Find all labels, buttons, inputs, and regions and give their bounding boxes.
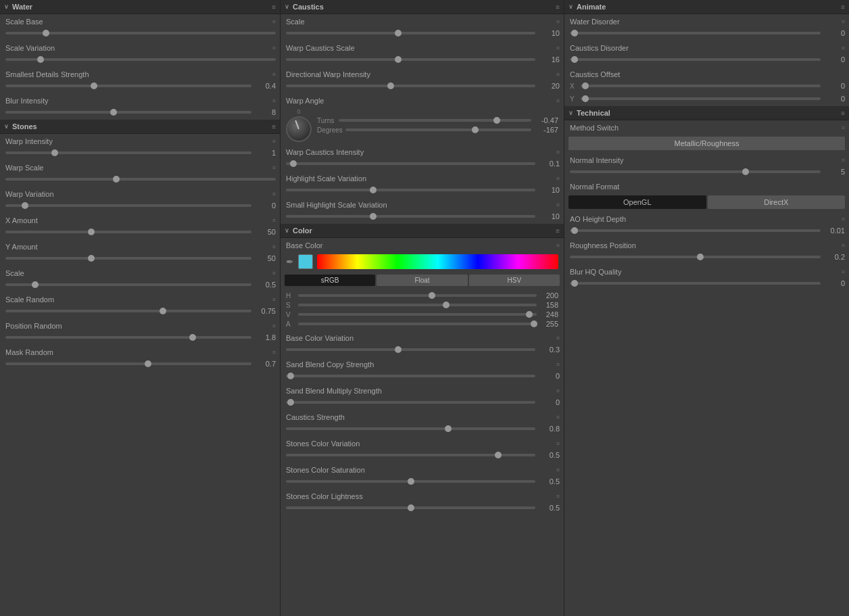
stones-title: Stones xyxy=(12,122,37,131)
base-color-variation-slider[interactable] xyxy=(286,345,535,354)
stones-color-light-list-icon[interactable]: ≡ xyxy=(554,493,560,500)
sand-blend-copy-list-icon[interactable]: ≡ xyxy=(554,361,560,368)
stones-section-header[interactable]: ∨ Stones ≡ xyxy=(0,120,280,134)
stones-color-var-slider[interactable] xyxy=(286,450,535,460)
warp-caustics-scale-slider[interactable] xyxy=(286,55,535,64)
x-amount-list-icon[interactable]: ≡ xyxy=(270,217,276,224)
metallic-roughness-button[interactable]: Metallic/Roughness xyxy=(568,137,845,150)
base-color-variation-slider-row: 0.3 xyxy=(281,344,564,357)
scale-base-slider[interactable] xyxy=(5,28,276,38)
color-swatch[interactable] xyxy=(298,254,313,269)
warp-variation-list-icon[interactable]: ≡ xyxy=(270,191,276,197)
smallest-details-slider[interactable] xyxy=(5,81,251,91)
color-section-header[interactable]: ∨ Color ≡ xyxy=(281,224,564,238)
scale-random-slider[interactable] xyxy=(5,306,251,316)
highlight-scale-slider[interactable] xyxy=(286,185,535,195)
position-random-list-icon[interactable]: ≡ xyxy=(270,323,276,329)
blur-hq-slider[interactable] xyxy=(570,279,821,288)
blur-intensity-list-icon[interactable]: ≡ xyxy=(270,97,276,104)
warp-scale-slider[interactable] xyxy=(5,174,276,184)
hsv-button[interactable]: HSV xyxy=(469,275,560,286)
warp-intensity-list-icon[interactable]: ≡ xyxy=(270,138,276,145)
directx-button[interactable]: DirectX xyxy=(708,195,846,209)
blur-hq-list-icon[interactable]: ≡ xyxy=(839,268,845,275)
smallest-details-value: 0.4 xyxy=(254,82,276,90)
animate-section-header[interactable]: ∨ Animate ≡ xyxy=(564,0,849,14)
stones-color-sat-slider[interactable] xyxy=(286,477,535,486)
small-highlight-list-icon[interactable]: ≡ xyxy=(554,202,560,208)
a-slider[interactable] xyxy=(298,323,537,325)
sand-blend-mult-slider[interactable] xyxy=(286,398,535,407)
stones-color-var-list-icon[interactable]: ≡ xyxy=(554,440,560,447)
srgb-button[interactable]: sRGB xyxy=(285,275,375,286)
method-btn-group: Metallic/Roughness xyxy=(568,137,845,150)
highlight-scale-list-icon[interactable]: ≡ xyxy=(554,175,560,182)
water-disorder-slider[interactable] xyxy=(570,28,821,38)
ao-height-list-icon[interactable]: ≡ xyxy=(839,216,845,222)
color-spectrum[interactable] xyxy=(317,254,558,269)
caustics-disorder-slider[interactable] xyxy=(570,55,821,64)
mask-random-list-icon[interactable]: ≡ xyxy=(270,349,276,356)
blur-intensity-slider[interactable] xyxy=(5,108,251,117)
warp-caustics-scale-list-icon[interactable]: ≡ xyxy=(554,45,560,51)
s-slider[interactable] xyxy=(298,304,537,306)
scale-base-list-icon[interactable]: ≡ xyxy=(270,18,276,25)
stones-color-sat-list-icon[interactable]: ≡ xyxy=(554,467,560,473)
smallest-details-list-icon[interactable]: ≡ xyxy=(270,71,276,78)
opengl-button[interactable]: OpenGL xyxy=(568,195,706,209)
caustics-section-header[interactable]: ∨ Caustics ≡ xyxy=(281,0,564,14)
scale-list-icon[interactable]: ≡ xyxy=(270,270,276,277)
position-random-slider[interactable] xyxy=(5,333,251,342)
caustics-offset-y-slider[interactable] xyxy=(581,94,821,103)
warp-angle-list-icon[interactable]: ≡ xyxy=(554,97,560,104)
scale-variation-slider[interactable] xyxy=(5,55,276,64)
x-amount-slider[interactable] xyxy=(5,227,251,237)
y-amount-list-icon[interactable]: ≡ xyxy=(270,243,276,250)
normal-intensity-list-icon[interactable]: ≡ xyxy=(839,157,845,164)
caustics-offset-x-slider[interactable] xyxy=(581,81,821,91)
scale-base-row: Scale Base ≡ xyxy=(0,14,280,28)
warp-scale-list-icon[interactable]: ≡ xyxy=(270,164,276,171)
mask-random-slider[interactable] xyxy=(5,359,251,369)
caustics-strength-list-icon[interactable]: ≡ xyxy=(554,414,560,421)
warp-caustics-intensity-label: Warp Caustics Intensity xyxy=(286,148,364,156)
scale-slider[interactable] xyxy=(5,280,251,289)
warp-angle-dial[interactable] xyxy=(286,116,312,142)
warp-caustics-intensity-list-icon[interactable]: ≡ xyxy=(554,149,560,156)
roughness-pos-slider[interactable] xyxy=(570,252,821,262)
dial-zero-label: 0 xyxy=(297,108,300,115)
dir-warp-slider[interactable] xyxy=(286,81,535,91)
water-section-header[interactable]: ∨ Water ≡ xyxy=(0,0,280,14)
base-color-variation-list-icon[interactable]: ≡ xyxy=(554,335,560,341)
method-switch-list-icon[interactable]: ≡ xyxy=(839,124,845,131)
scale-variation-list-icon[interactable]: ≡ xyxy=(270,45,276,51)
h-slider[interactable] xyxy=(298,294,537,297)
dir-warp-value: 20 xyxy=(538,82,560,90)
water-disorder-list-icon[interactable]: ≡ xyxy=(839,18,845,25)
technical-section-header[interactable]: ∨ Technical ≡ xyxy=(564,106,849,120)
warp-caustics-intensity-slider[interactable] xyxy=(286,159,535,168)
sand-blend-mult-list-icon[interactable]: ≡ xyxy=(554,387,560,394)
scale-random-list-icon[interactable]: ≡ xyxy=(270,296,276,303)
degrees-slider[interactable] xyxy=(345,128,531,131)
dir-warp-list-icon[interactable]: ≡ xyxy=(554,71,560,78)
float-button[interactable]: Float xyxy=(377,275,467,286)
caustics-strength-slider[interactable] xyxy=(286,424,535,433)
normal-intensity-slider[interactable] xyxy=(570,167,821,176)
roughness-pos-list-icon[interactable]: ≡ xyxy=(839,242,845,249)
caustics-disorder-list-icon[interactable]: ≡ xyxy=(839,45,845,51)
warp-intensity-slider[interactable] xyxy=(5,148,251,158)
eyedropper-icon[interactable]: ✒ xyxy=(286,256,294,267)
small-highlight-slider[interactable] xyxy=(286,212,535,221)
y-amount-slider[interactable] xyxy=(5,254,251,263)
warp-variation-slider[interactable] xyxy=(5,201,251,210)
stones-color-light-slider[interactable] xyxy=(286,503,535,513)
caustics-scale-list-icon[interactable]: ≡ xyxy=(554,18,560,25)
v-slider[interactable] xyxy=(298,313,537,316)
turns-slider[interactable] xyxy=(339,119,531,122)
stones-color-light-label: Stones Color Lightness xyxy=(286,492,363,500)
base-color-list-icon[interactable]: ≡ xyxy=(554,242,560,249)
caustics-scale-slider[interactable] xyxy=(286,28,535,38)
ao-height-slider[interactable] xyxy=(570,226,821,235)
sand-blend-copy-slider[interactable] xyxy=(286,371,535,381)
